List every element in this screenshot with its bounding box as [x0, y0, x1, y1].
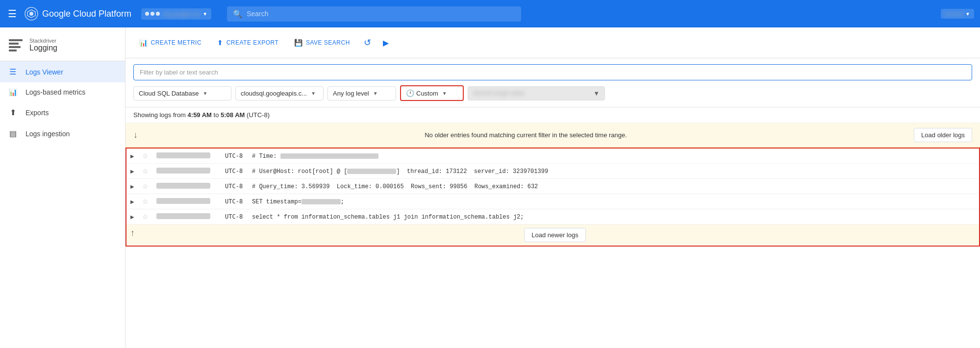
- api-dropdown-label: cloudsql.googleapis.c...: [241, 90, 307, 97]
- log-content-cell: select * from information_schema.tables …: [248, 209, 980, 224]
- timezone-cell: UTC-8: [221, 179, 248, 194]
- log-content: SET timestamp= ;: [252, 199, 344, 205]
- time-dropdown-label: Custom: [416, 90, 438, 97]
- blurred-timestamp: [156, 183, 210, 189]
- log-content: select * from information_schema.tables …: [252, 214, 524, 221]
- svg-rect-2: [9, 39, 23, 41]
- app-logo-text: Google Cloud Platform: [42, 9, 131, 19]
- sidebar-item-label: Logs Viewer: [25, 68, 63, 76]
- time-from: 4:59 AM: [188, 111, 212, 119]
- play-button[interactable]: ▶: [379, 34, 393, 51]
- database-dropdown[interactable]: Cloud SQL Database ▼: [133, 86, 231, 100]
- sidebar-item-exports[interactable]: ⬆ Exports: [0, 102, 125, 123]
- load-newer-button[interactable]: Load newer logs: [524, 228, 585, 242]
- gcp-logo-icon: [25, 7, 38, 21]
- project-chevron-icon: ▼: [202, 11, 207, 17]
- log-content: # Time:: [252, 153, 378, 160]
- no-older-banner: ↓ No older entries found matching curren…: [126, 123, 980, 148]
- svg-rect-5: [9, 50, 17, 51]
- sidebar-item-logs-viewer[interactable]: ☰ Logs Viewer: [0, 61, 125, 82]
- project-dots-icon: [145, 12, 160, 16]
- svg-point-1: [29, 12, 33, 16]
- toolbar: 📊 CREATE METRIC ⬆ CREATE EXPORT 💾 SAVE S…: [126, 27, 980, 58]
- refresh-icon: ↺: [364, 37, 371, 48]
- expand-icon[interactable]: ▶: [130, 153, 134, 159]
- log-content-cell: # User@Host: root[root] @ [ ] thread_id:…: [248, 164, 980, 179]
- create-export-button[interactable]: ⬆ CREATE EXPORT: [211, 35, 284, 50]
- api-dropdown-arrow: ▼: [311, 91, 316, 96]
- expand-icon[interactable]: ▶: [130, 169, 134, 174]
- exports-icon: ⬆: [8, 108, 18, 117]
- star-icon[interactable]: ☆: [142, 167, 149, 175]
- save-search-icon: 💾: [294, 39, 303, 47]
- sidebar: Stackdriver Logging ☰ Logs Viewer 📊 Logs…: [0, 27, 126, 348]
- log-table: ▶ ☆ UTC-8 # Time: ▶ ☆: [126, 148, 980, 247]
- time-to: 5:08 AM: [221, 111, 245, 119]
- search-icon: 🔍: [233, 9, 243, 19]
- load-older-button[interactable]: Load older logs: [914, 128, 972, 142]
- sidebar-item-label: Logs ingestion: [25, 130, 70, 138]
- no-older-message: No older entries found matching current …: [138, 131, 914, 139]
- time-dropdown-arrow: ▼: [442, 91, 447, 96]
- save-search-button[interactable]: 💾 SAVE SEARCH: [288, 35, 355, 50]
- expand-icon[interactable]: ▶: [130, 199, 134, 204]
- logs-ingestion-icon: ▤: [8, 129, 18, 138]
- blurred-timestamp: [156, 168, 210, 174]
- sidebar-item-label: Exports: [25, 109, 49, 117]
- expand-icon[interactable]: ▶: [130, 214, 134, 220]
- table-row: ▶ ☆ UTC-8 select * from information_sche…: [126, 209, 980, 224]
- log-level-dropdown[interactable]: Any log level ▼: [327, 86, 396, 100]
- blurred-timestamp: [156, 198, 210, 204]
- star-icon[interactable]: ☆: [142, 198, 149, 205]
- timezone-cell: UTC-8: [221, 194, 248, 209]
- table-row: ▶ ☆ UTC-8 SET timestamp= ;: [126, 194, 980, 209]
- project-selector[interactable]: my-project-id ▼: [141, 8, 211, 20]
- play-icon: ▶: [383, 38, 389, 48]
- filter-section: Cloud SQL Database ▼ cloudsql.googleapis…: [126, 58, 980, 107]
- star-icon[interactable]: ☆: [142, 152, 149, 160]
- main-layout: Stackdriver Logging ☰ Logs Viewer 📊 Logs…: [0, 27, 980, 348]
- logs-area: Showing logs from 4:59 AM to 5:08 AM (UT…: [126, 107, 980, 348]
- blurred-timestamp: [156, 213, 210, 219]
- time-dropdown[interactable]: 🕐 Custom ▼: [400, 85, 464, 101]
- timezone-cell: UTC-8: [221, 164, 248, 179]
- filter-input[interactable]: [133, 64, 972, 80]
- sidebar-item-logs-metrics[interactable]: 📊 Logs-based metrics: [0, 82, 125, 102]
- create-metric-icon: 📊: [139, 39, 148, 47]
- top-nav: ☰ Google Cloud Platform my-project-id ▼ …: [0, 0, 980, 27]
- top-nav-dropdown[interactable]: account ▼: [941, 9, 974, 19]
- database-dropdown-label: Cloud SQL Database: [139, 90, 199, 97]
- api-dropdown[interactable]: cloudsql.googleapis.c... ▼: [235, 86, 324, 100]
- star-icon[interactable]: ☆: [142, 182, 149, 190]
- log-content-cell: # Time:: [248, 148, 980, 164]
- to-text: to: [214, 111, 221, 119]
- blurred-timestamp: [156, 152, 210, 158]
- sidebar-app-main: Logging: [29, 44, 57, 52]
- expand-icon[interactable]: ▶: [130, 184, 134, 189]
- sidebar-app-sub: Stackdriver: [29, 38, 57, 44]
- sidebar-item-logs-ingestion[interactable]: ▤ Logs ingestion: [0, 123, 125, 144]
- blurred-dropdown[interactable]: blurred-range-value ▼: [468, 86, 605, 100]
- log-content: # User@Host: root[root] @ [ ] thread_id:…: [252, 168, 548, 175]
- project-name: my-project-id: [163, 10, 200, 18]
- sidebar-item-label: Logs-based metrics: [25, 88, 85, 96]
- table-row: ▶ ☆ UTC-8 # Query_time: 3.569939 Lock_ti…: [126, 179, 980, 194]
- create-export-icon: ⬆: [217, 39, 224, 47]
- search-bar[interactable]: 🔍: [227, 6, 521, 22]
- down-arrow-icon: ↓: [133, 130, 138, 140]
- table-row: ▶ ☆ UTC-8 # User@Host: root[root] @ [ ] …: [126, 164, 980, 179]
- content-area: 📊 CREATE METRIC ⬆ CREATE EXPORT 💾 SAVE S…: [126, 27, 980, 348]
- star-icon[interactable]: ☆: [142, 213, 149, 221]
- load-newer-row: ↑ Load newer logs: [126, 224, 980, 247]
- log-content-cell: SET timestamp= ;: [248, 194, 980, 209]
- timezone-cell: UTC-8: [221, 209, 248, 224]
- refresh-button[interactable]: ↺: [360, 33, 375, 52]
- create-metric-button[interactable]: 📊 CREATE METRIC: [133, 35, 207, 50]
- showing-logs-bar: Showing logs from 4:59 AM to 5:08 AM (UT…: [126, 107, 980, 123]
- showing-text: Showing logs from: [133, 111, 186, 119]
- svg-rect-4: [9, 46, 21, 48]
- search-input[interactable]: [247, 10, 515, 18]
- app-logo: Google Cloud Platform: [25, 7, 131, 21]
- hamburger-icon[interactable]: ☰: [6, 6, 19, 22]
- clock-icon: 🕐: [406, 89, 414, 97]
